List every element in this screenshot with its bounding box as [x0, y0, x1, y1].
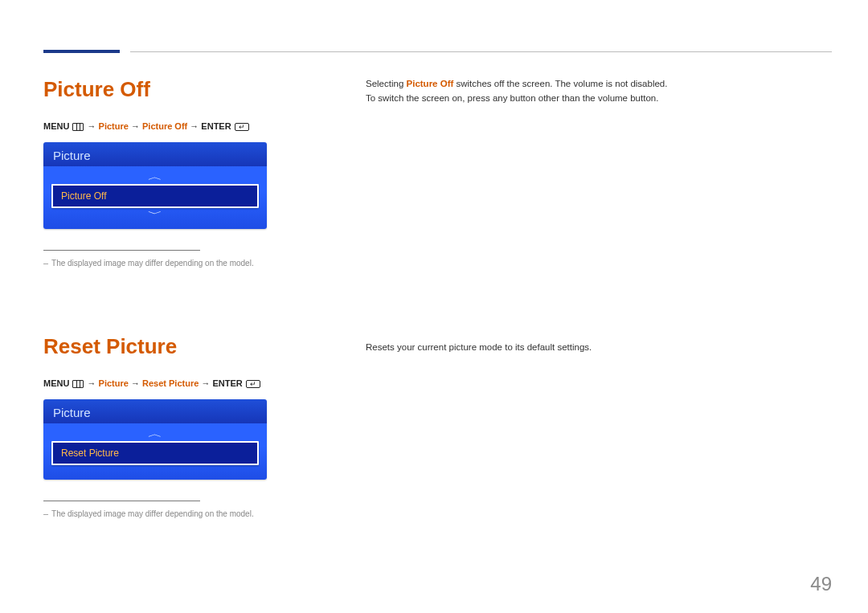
body-text-picture-off: Selecting Picture Off switches off the s…	[366, 77, 832, 106]
top-divider	[130, 51, 832, 52]
osd-body: ︿ Picture Off ﹀	[43, 166, 267, 229]
chevron-up-icon: ︿	[51, 171, 259, 184]
section-title-picture-off: Picture Off	[43, 77, 349, 102]
section-reset-picture-right: Resets your current picture mode to its …	[366, 341, 832, 355]
menu-label: MENU	[43, 378, 69, 388]
chevron-down-icon: ﹀	[51, 208, 259, 221]
path-seg-picture-off: Picture Off	[142, 121, 187, 131]
section-picture-off-right: Selecting Picture Off switches off the s…	[366, 77, 832, 106]
section-reset-picture-left: Reset Picture MENU → Picture → Reset Pic…	[43, 334, 349, 518]
body-line2: To switch the screen on, press any butto…	[366, 93, 658, 103]
body-accent: Picture Off	[407, 79, 454, 88]
footnote-text: The displayed image may differ depending…	[51, 509, 254, 518]
section-title-reset-picture: Reset Picture	[43, 334, 349, 359]
enter-label: ENTER	[212, 378, 242, 388]
menu-icon	[72, 123, 84, 131]
osd-item-picture-off[interactable]: Picture Off	[51, 184, 259, 208]
footnote-separator	[43, 501, 200, 501]
body-text-reset-picture: Resets your current picture mode to its …	[366, 341, 832, 355]
path-seg-picture: Picture	[99, 121, 129, 131]
page-number: 49	[810, 573, 832, 595]
body-pre: Selecting	[366, 79, 407, 88]
enter-icon	[235, 123, 249, 131]
footnote-reset-picture: ―The displayed image may differ dependin…	[43, 509, 349, 518]
osd-item-reset-picture[interactable]: Reset Picture	[51, 441, 259, 465]
osd-box-picture-off: Picture ︿ Picture Off ﹀	[43, 142, 267, 229]
menu-icon	[72, 380, 84, 388]
osd-header: Picture	[43, 142, 267, 166]
section-picture-off-left: Picture Off MENU → Picture → Picture Off…	[43, 77, 349, 268]
path-seg-reset-picture: Reset Picture	[142, 378, 199, 388]
accent-bar	[43, 50, 120, 53]
path-seg-picture: Picture	[99, 378, 129, 388]
footnote-picture-off: ―The displayed image may differ dependin…	[43, 259, 349, 268]
footnote-text: The displayed image may differ depending…	[51, 259, 254, 268]
menu-label: MENU	[43, 121, 69, 131]
osd-bottom-spacer	[51, 465, 259, 472]
osd-header: Picture	[43, 399, 267, 423]
chevron-up-icon: ︿	[51, 428, 259, 441]
menu-path-picture-off: MENU → Picture → Picture Off → ENTER	[43, 121, 349, 131]
enter-label: ENTER	[201, 121, 231, 131]
footnote-separator	[43, 250, 200, 251]
menu-path-reset-picture: MENU → Picture → Reset Picture → ENTER	[43, 378, 349, 388]
body-post: switches off the screen. The volume is n…	[453, 79, 667, 88]
osd-body: ︿ Reset Picture	[43, 423, 267, 480]
osd-box-reset-picture: Picture ︿ Reset Picture	[43, 399, 267, 480]
enter-icon	[246, 380, 260, 388]
